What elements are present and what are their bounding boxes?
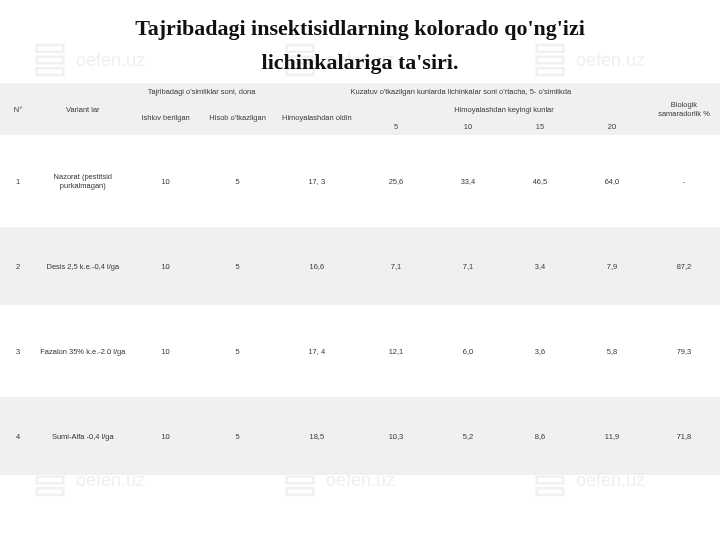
cell-old: 16,6 <box>274 227 360 305</box>
cell-variant: Desis 2,5 k.e.-0,4 l/ga <box>36 227 130 305</box>
slide: Tajribadagi insektisidlarning kolorado q… <box>0 0 720 540</box>
cell-d15: 3,4 <box>504 227 576 305</box>
cell-d10: 7,1 <box>432 227 504 305</box>
th-d10: 10 <box>432 118 504 135</box>
cell-no: 3 <box>0 305 36 397</box>
cell-d15: 8,6 <box>504 397 576 475</box>
cell-old: 17, 4 <box>274 305 360 397</box>
table-row: 3Fazalon 35% k.e.-2.0 l/ga10517, 412,16,… <box>0 305 720 397</box>
cell-his: 5 <box>202 305 274 397</box>
cell-no: 2 <box>0 227 36 305</box>
cell-old: 18,5 <box>274 397 360 475</box>
table-row: 2Desis 2,5 k.e.-0,4 l/ga10516,67,17,13,4… <box>0 227 720 305</box>
cell-d20: 5,8 <box>576 305 648 397</box>
th-bio: Biologik samaradorlik % <box>648 83 720 135</box>
cell-bio: 71,8 <box>648 397 720 475</box>
th-d15: 15 <box>504 118 576 135</box>
cell-ish: 10 <box>130 135 202 227</box>
table-row: 1Nazorat (pestitsid purkalmagan)10517, 3… <box>0 135 720 227</box>
cell-his: 5 <box>202 397 274 475</box>
cell-old: 17, 3 <box>274 135 360 227</box>
cell-no: 1 <box>0 135 36 227</box>
title-line-1: Tajribadagi insektisidlarning kolorado q… <box>0 0 720 45</box>
th-d5: 5 <box>360 118 432 135</box>
cell-d20: 11,9 <box>576 397 648 475</box>
cell-d15: 46,5 <box>504 135 576 227</box>
cell-d5: 10,3 <box>360 397 432 475</box>
cell-d5: 12,1 <box>360 305 432 397</box>
th-hisob: Hisob o'tkazilgan <box>202 101 274 136</box>
cell-bio: 79,3 <box>648 305 720 397</box>
th-variant: Variant lar <box>36 83 130 135</box>
th-oldin: Himoyalashdan oldin <box>274 101 360 136</box>
cell-d10: 5,2 <box>432 397 504 475</box>
cell-his: 5 <box>202 227 274 305</box>
table-body: 1Nazorat (pestitsid purkalmagan)10517, 3… <box>0 135 720 475</box>
th-tajriba: Tajribadagi o'simliklar soni, dona <box>130 83 274 100</box>
cell-d10: 6,0 <box>432 305 504 397</box>
cell-bio: 87,2 <box>648 227 720 305</box>
cell-d5: 7,1 <box>360 227 432 305</box>
cell-no: 4 <box>0 397 36 475</box>
cell-bio: - <box>648 135 720 227</box>
cell-ish: 10 <box>130 227 202 305</box>
th-keyingi: Himoyalashdan keyingi kunlar <box>360 101 648 118</box>
cell-ish: 10 <box>130 305 202 397</box>
cell-d15: 3,6 <box>504 305 576 397</box>
th-kuzatuv: Kuzatuv o'tkazilgan kunlarda lichinkalar… <box>274 83 648 100</box>
table-header: N° Variant lar Tajribadagi o'simliklar s… <box>0 83 720 135</box>
cell-d10: 33,4 <box>432 135 504 227</box>
cell-ish: 10 <box>130 397 202 475</box>
cell-variant: Sumi-Alfa -0,4 l/ga <box>36 397 130 475</box>
cell-d20: 7,9 <box>576 227 648 305</box>
title-line-2: lichinkalariga ta'siri. <box>0 45 720 83</box>
th-d20: 20 <box>576 118 648 135</box>
cell-variant: Fazalon 35% k.e.-2.0 l/ga <box>36 305 130 397</box>
table-row: 4Sumi-Alfa -0,4 l/ga10518,510,35,28,611,… <box>0 397 720 475</box>
th-no: N° <box>0 83 36 135</box>
data-table: N° Variant lar Tajribadagi o'simliklar s… <box>0 83 720 475</box>
cell-his: 5 <box>202 135 274 227</box>
cell-variant: Nazorat (pestitsid purkalmagan) <box>36 135 130 227</box>
th-ishlov: Ishlov berilgan <box>130 101 202 136</box>
cell-d5: 25,6 <box>360 135 432 227</box>
cell-d20: 64,0 <box>576 135 648 227</box>
